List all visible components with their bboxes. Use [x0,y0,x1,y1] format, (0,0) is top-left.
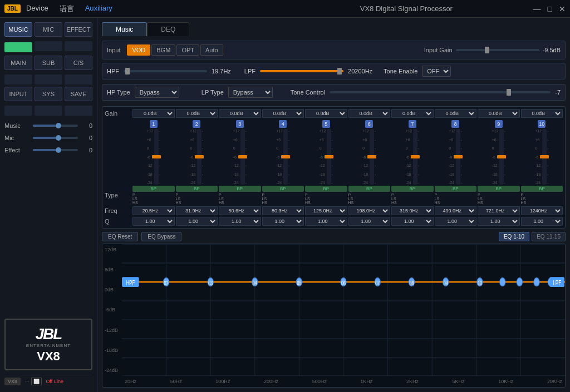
main-button[interactable]: MAIN [4,56,32,70]
type-bp-8[interactable]: BP [435,186,477,192]
mic-slider[interactable] [33,137,78,139]
eq-type-7: BPPLSHS [391,186,434,205]
save-button[interactable]: SAVE [65,87,92,101]
minimize-button[interactable]: — [533,4,541,13]
lpf-slider[interactable] [260,70,343,72]
music-label: Music [4,122,30,129]
freq-select-5[interactable]: 125.0Hz [305,206,347,215]
freq-select-2[interactable]: 31.9Hz [176,206,218,215]
eq-gain-5[interactable]: 0.0dB [305,109,347,118]
effect-slider[interactable] [33,149,78,151]
eq-type-bands: BPPLSHS BPPLSHS BPPLSHS BPPLSHS BPPLSHS … [132,186,563,205]
freq-select-9[interactable]: 721.0Hz [478,206,520,215]
effect-button[interactable]: EFFECT [65,22,92,37]
nav-auxiliary[interactable]: Auxiliary [85,4,112,14]
band-5-track[interactable] [327,129,331,185]
hpf-slider[interactable] [124,70,207,72]
sys-button[interactable]: SYS [35,87,62,101]
type-bp-1[interactable]: BP [132,186,175,192]
type-bp-4[interactable]: BP [262,186,304,192]
band-9-track[interactable] [499,129,504,185]
q-select-3[interactable]: 1.00 [219,217,261,226]
q-select-7[interactable]: 1.00 [391,217,434,226]
eq-gain-1[interactable]: 0.0dB [132,109,175,118]
q-select-1[interactable]: 1.00 [132,217,175,226]
eq-gain-4[interactable]: 0.0dB [262,109,304,118]
freq-select-1[interactable]: 20.5Hz [132,206,175,215]
type-bp-3[interactable]: BP [219,186,261,192]
opt-button[interactable]: OPT [176,44,199,56]
music-button[interactable]: MUSIC [4,22,32,37]
eq-reset-button[interactable]: EQ Reset [102,232,138,241]
eq-page-1-10-button[interactable]: EQ 1-10 [499,232,529,241]
band-10-track[interactable] [542,129,547,185]
band-2-track[interactable] [197,129,202,185]
eq-page-11-15-button[interactable]: EQ 11-15 [532,232,566,241]
cs-button[interactable]: C/S [65,56,92,70]
mic-value: 0 [81,135,92,141]
band-6-track[interactable] [370,129,374,185]
band-1-track[interactable] [154,129,159,185]
q-select-2[interactable]: 1.00 [176,217,218,226]
q-select-10[interactable]: 1.00 [521,217,563,226]
sub-button[interactable]: SUB [35,56,62,70]
tone-control-slider[interactable] [330,91,551,93]
type-bp-9[interactable]: BP [478,186,520,192]
type-bp-10[interactable]: BP [521,186,563,192]
freq-select-3[interactable]: 50.6Hz [219,206,261,215]
mic-indicator [35,41,62,51]
band-3-track[interactable] [240,129,245,185]
type-bp-6[interactable]: BP [348,186,391,192]
cs-indicator [65,75,92,85]
eq-bypass-button[interactable]: EQ Bypass [141,232,181,241]
nav-language[interactable]: 语言 [60,4,74,14]
type-bp-7[interactable]: BP [391,186,434,192]
title-bar: JBL Device 语言 Auxiliary VX8 Digital Sign… [0,0,570,18]
freq-select-4[interactable]: 80.3Hz [262,206,304,215]
q-select-8[interactable]: 1.00 [435,217,477,226]
nav-device[interactable]: Device [26,4,48,14]
q-select-5[interactable]: 1.00 [305,217,347,226]
maximize-button[interactable]: □ [548,4,552,13]
eq-gain-8[interactable]: 0.0dB [435,109,477,118]
eq-gain-7[interactable]: 0.0dB [391,109,434,118]
band-8-track[interactable] [456,129,460,185]
close-button[interactable]: ✕ [559,4,566,13]
input-button[interactable]: INPUT [4,87,32,101]
freq-select-10[interactable]: 1240Hz [521,206,563,215]
vod-button[interactable]: VOD [127,44,150,56]
tab-music[interactable]: Music [102,22,147,36]
type-bp-5[interactable]: BP [305,186,347,192]
auto-button[interactable]: Auto [200,44,223,56]
input-gain-slider[interactable] [456,49,539,51]
q-select-9[interactable]: 1.00 [478,217,520,226]
band-6-thumb [367,155,376,158]
band-4-track[interactable] [283,129,288,185]
eq-gain-6[interactable]: 0.0dB [348,109,391,118]
eq-gain-9[interactable]: 0.0dB [478,109,520,118]
q-select-6[interactable]: 1.00 [348,217,391,226]
window-controls: — □ ✕ [533,4,566,13]
eq-freq-selects: 20.5Hz 31.9Hz 50.6Hz 80.3Hz 125.0Hz 198.… [132,206,563,215]
eq-gain-2[interactable]: 0.0dB [176,109,218,118]
eq-type-4: BPPLSHS [262,186,304,205]
status-offline-label: Off Line [46,379,63,384]
freq-select-8[interactable]: 490.0Hz [435,206,477,215]
eq-type-10: BPPLSHS [521,186,563,205]
hp-type-select[interactable]: Bypass 12dB/Oct 24dB/Oct [135,87,179,98]
band-7-track[interactable] [413,129,417,185]
lp-type-select[interactable]: Bypass 12dB/Oct 24dB/Oct [228,87,273,98]
q-select-4[interactable]: 1.00 [262,217,304,226]
freq-select-7[interactable]: 315.0Hz [391,206,434,215]
lpf-value: 20200Hz [348,68,372,75]
freq-select-6[interactable]: 198.0Hz [348,206,391,215]
eq-gain-3[interactable]: 0.0dB [219,109,261,118]
music-slider[interactable] [33,125,78,127]
bgm-button[interactable]: BGM [151,44,175,56]
tone-enable-select[interactable]: OFF ON [422,66,451,77]
type-bp-2[interactable]: BP [176,186,218,192]
mic-button[interactable]: MIC [35,22,62,37]
eq-gain-10[interactable]: 0.0dB [521,109,563,118]
tab-deq[interactable]: DEQ [147,22,189,36]
band-10-fader-container: +12+60-6-12-18-24 ------- [534,129,549,185]
